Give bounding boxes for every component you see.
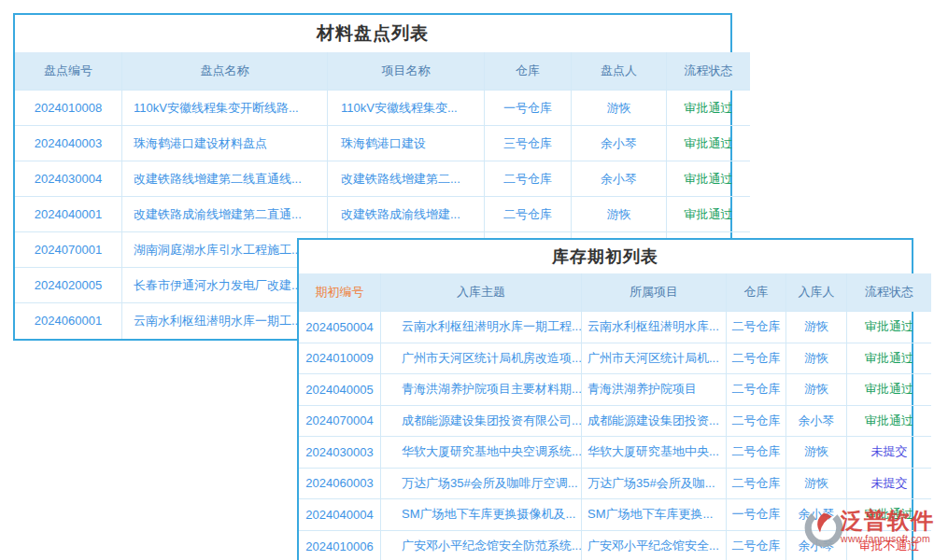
cell-person: 游恢 xyxy=(572,91,667,126)
table-row[interactable]: 2024010006广安邓小平纪念馆安全防范系统...广安邓小平纪念馆安全...… xyxy=(299,530,931,560)
cell-project: 华软大厦研究基地中央... xyxy=(582,437,727,469)
column-header-person: 盘点人 xyxy=(572,52,667,91)
column-header-id: 期初编号 xyxy=(299,273,381,312)
header-row: 盘点编号盘点名称项目名称仓库盘点人流程状态 xyxy=(15,52,750,91)
table-row[interactable]: 2024030004改建铁路线增建第二线直通线...改建铁路线增建第二...二号… xyxy=(15,161,750,197)
page: 材料盘点列表 盘点编号盘点名称项目名称仓库盘点人流程状态 20240100081… xyxy=(0,0,934,560)
cell-name: 成都能源建设集团投资有限公司... xyxy=(381,405,582,437)
cell-project: 成都能源建设集团投资... xyxy=(582,405,727,437)
cell-person: 余小琴 xyxy=(572,161,667,197)
cell-id: 2024040005 xyxy=(299,374,381,406)
cell-name: 珠海鹤港口建设材料盘点 xyxy=(122,126,328,161)
cell-warehouse: 一号仓库 xyxy=(485,91,572,126)
cell-name: 改建铁路成渝线增建第二直通... xyxy=(122,197,328,232)
cell-project: 珠海鹤港口建设 xyxy=(328,126,485,161)
cell-warehouse: 二号仓库 xyxy=(727,405,786,437)
stock-opening-table: 期初编号入库主题所属项目仓库入库人流程状态 2024050004云南水利枢纽潜明… xyxy=(299,273,931,560)
cell-warehouse: 二号仓库 xyxy=(727,312,786,343)
cell-warehouse: 二号仓库 xyxy=(485,161,572,197)
cell-warehouse: 一号仓库 xyxy=(727,499,786,531)
cell-id: 2024040003 xyxy=(15,126,122,161)
table-row[interactable]: 2024040003珠海鹤港口建设材料盘点珠海鹤港口建设三号仓库余小琴审批通过 xyxy=(15,126,750,161)
cell-status: 审批通过 xyxy=(847,405,932,437)
cell-status: 未提交 xyxy=(847,437,932,469)
table-row[interactable]: 2024060003万达广场35#会所及咖啡厅空调...万达广场35#会所及咖.… xyxy=(299,468,931,499)
cell-project: 青海洪湖养护院项目 xyxy=(582,374,727,406)
cell-status: 审批通过 xyxy=(667,197,751,232)
stock-opening-list-card: 库存期初列表 期初编号入库主题所属项目仓库入库人流程状态 2024050004云… xyxy=(297,238,913,560)
cell-id: 2024030003 xyxy=(299,437,381,469)
cell-person: 余小琴 xyxy=(786,405,847,437)
cell-id: 2024010008 xyxy=(15,91,122,126)
cell-project: 广安邓小平纪念馆安全... xyxy=(582,530,727,560)
cell-project: 广州市天河区统计局机... xyxy=(582,343,727,374)
cell-id: 2024060001 xyxy=(15,303,122,339)
cell-status: 审批通过 xyxy=(847,343,932,374)
cell-person: 游恢 xyxy=(786,343,847,374)
column-header-project: 所属项目 xyxy=(582,273,727,312)
cell-id: 2024010009 xyxy=(299,343,381,374)
table-body: 2024050004云南水利枢纽潜明水库一期工程...云南水利枢纽潜明水库...… xyxy=(299,312,931,560)
cell-project: 改建铁路成渝线增建... xyxy=(328,197,485,232)
cell-warehouse: 二号仓库 xyxy=(727,343,786,374)
cell-warehouse: 二号仓库 xyxy=(727,374,786,406)
cell-id: 2024050004 xyxy=(299,312,381,343)
cell-warehouse: 二号仓库 xyxy=(727,530,786,560)
table-row[interactable]: 2024070004成都能源建设集团投资有限公司...成都能源建设集团投资...… xyxy=(299,405,931,437)
cell-project: 万达广场35#会所及咖... xyxy=(582,468,727,499)
cell-name: 广州市天河区统计局机房改造项... xyxy=(381,343,582,374)
cell-id: 2024020005 xyxy=(15,268,122,303)
cell-person: 游恢 xyxy=(786,437,847,469)
column-header-name: 入库主题 xyxy=(381,273,582,312)
table-row[interactable]: 2024040005青海洪湖养护院项目主要材料期...青海洪湖养护院项目二号仓库… xyxy=(299,374,931,406)
column-header-id: 盘点编号 xyxy=(15,52,122,91)
cell-status: 审批通过 xyxy=(847,499,932,531)
table-row[interactable]: 2024050004云南水利枢纽潜明水库一期工程...云南水利枢纽潜明水库...… xyxy=(299,312,931,343)
cell-id: 2024070001 xyxy=(15,232,122,268)
cell-status: 审批通过 xyxy=(847,312,932,343)
cell-name: 110kV安徽线程集变开断线路... xyxy=(122,91,328,126)
cell-name: SM广场地下车库更换摄像机及... xyxy=(381,499,582,531)
table-row[interactable]: 2024030003华软大厦研究基地中央空调系统...华软大厦研究基地中央...… xyxy=(299,437,931,469)
table-row[interactable]: 2024040004SM广场地下车库更换摄像机及...SM广场地下车库更换...… xyxy=(299,499,931,531)
cell-id: 2024040004 xyxy=(299,499,381,531)
cell-name: 广安邓小平纪念馆安全防范系统... xyxy=(381,530,582,560)
cell-project: 云南水利枢纽潜明水库... xyxy=(582,312,727,343)
column-header-project: 项目名称 xyxy=(328,52,485,91)
column-header-status: 流程状态 xyxy=(847,273,932,312)
cell-name: 华软大厦研究基地中央空调系统... xyxy=(381,437,582,469)
cell-id: 2024070004 xyxy=(299,405,381,437)
cell-warehouse: 二号仓库 xyxy=(727,437,786,469)
cell-id: 2024040001 xyxy=(15,197,122,232)
cell-id: 2024010006 xyxy=(299,530,381,560)
cell-warehouse: 二号仓库 xyxy=(727,468,786,499)
cell-status: 审批通过 xyxy=(667,91,751,126)
cell-warehouse: 二号仓库 xyxy=(485,197,572,232)
cell-id: 2024060003 xyxy=(299,468,381,499)
column-header-status: 流程状态 xyxy=(667,52,751,91)
column-header-person: 入库人 xyxy=(786,273,847,312)
cell-project: 110kV安徽线程集变... xyxy=(328,91,485,126)
cell-project: SM广场地下车库更换... xyxy=(582,499,727,531)
table-title: 库存期初列表 xyxy=(299,240,912,273)
header-row: 期初编号入库主题所属项目仓库入库人流程状态 xyxy=(299,273,931,312)
cell-status: 审批通过 xyxy=(847,374,932,406)
cell-project: 改建铁路线增建第二... xyxy=(328,161,485,197)
cell-status: 审批不通过 xyxy=(847,530,932,560)
cell-status: 审批通过 xyxy=(667,161,751,197)
cell-status: 未提交 xyxy=(847,468,932,499)
cell-person: 游恢 xyxy=(572,197,667,232)
cell-id: 2024030004 xyxy=(15,161,122,197)
table-row[interactable]: 2024040001改建铁路成渝线增建第二直通...改建铁路成渝线增建...二号… xyxy=(15,197,750,232)
cell-warehouse: 三号仓库 xyxy=(485,126,572,161)
column-header-name: 盘点名称 xyxy=(122,52,328,91)
table-row[interactable]: 2024010009广州市天河区统计局机房改造项...广州市天河区统计局机...… xyxy=(299,343,931,374)
cell-person: 游恢 xyxy=(786,374,847,406)
column-header-warehouse: 仓库 xyxy=(485,52,572,91)
cell-person: 游恢 xyxy=(786,312,847,343)
cell-person: 余小琴 xyxy=(572,126,667,161)
cell-person: 余小琴 xyxy=(786,530,847,560)
table-row[interactable]: 2024010008110kV安徽线程集变开断线路...110kV安徽线程集变.… xyxy=(15,91,750,126)
cell-name: 青海洪湖养护院项目主要材料期... xyxy=(381,374,582,406)
cell-name: 改建铁路线增建第二线直通线... xyxy=(122,161,328,197)
